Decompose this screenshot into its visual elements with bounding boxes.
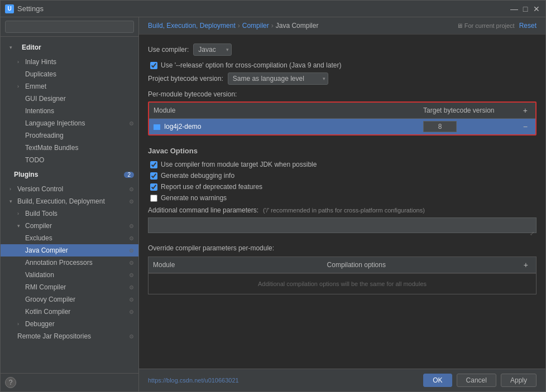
- add-override-button[interactable]: +: [520, 259, 531, 270]
- sidebar-item-language-injections[interactable]: Language Injections ⚙: [1, 117, 138, 129]
- use-compiler-label: Use compiler:: [148, 46, 189, 54]
- per-module-label: Per-module bytecode version:: [148, 90, 537, 98]
- sidebar-item-editor[interactable]: ▾ Editor: [1, 39, 138, 56]
- expand-icon: ⤢: [530, 230, 534, 236]
- compiler-dropdown-container: Javac Eclipse Ajc ▾: [193, 43, 232, 56]
- generate-no-warnings-row: Generate no warnings: [148, 194, 537, 202]
- expand-arrow: ›: [17, 321, 24, 327]
- bytecode-version-label: Project bytecode version:: [148, 75, 223, 83]
- sidebar-item-kotlin-compiler[interactable]: Kotlin Compiler ⚙: [1, 306, 138, 318]
- command-input[interactable]: [148, 217, 537, 233]
- release-checkbox-row: Use '--release' option for cross-compila…: [148, 61, 537, 69]
- generate-debugging-checkbox[interactable]: [150, 172, 157, 180]
- sidebar-item-compiler[interactable]: ▾ Compiler ⚙: [1, 220, 138, 232]
- settings-icon: ⚙: [129, 272, 134, 278]
- module-remove-cell: −: [515, 119, 535, 135]
- sidebar-item-rmi-compiler[interactable]: RMI Compiler ⚙: [1, 281, 138, 293]
- help-button[interactable]: ?: [5, 377, 16, 388]
- col-module-header: Module: [149, 103, 419, 119]
- bytecode-version-select[interactable]: Same as language level 8 11 17: [228, 72, 328, 85]
- compiler-select[interactable]: Javac Eclipse Ajc: [193, 43, 232, 56]
- status-url: https://blog.csdn.net/u010663021: [148, 377, 419, 384]
- report-deprecated-checkbox[interactable]: [150, 183, 157, 191]
- use-compiler-module-row: Use compiler from module target JDK when…: [148, 161, 537, 168]
- sidebar-item-gui-designer[interactable]: GUI Designer: [1, 93, 138, 105]
- cancel-button[interactable]: Cancel: [457, 374, 496, 387]
- settings-icon: ⚙: [129, 333, 134, 340]
- sidebar-item-validation[interactable]: Validation ⚙: [1, 269, 138, 281]
- sidebar-item-inlay-hints[interactable]: › Inlay Hints: [1, 56, 138, 68]
- breadcrumb-sep2: ›: [271, 22, 274, 30]
- remove-module-button[interactable]: −: [520, 121, 531, 132]
- table-header-row: Module Target bytecode version +: [149, 103, 535, 119]
- expand-arrow: ›: [17, 59, 24, 65]
- release-checkbox[interactable]: [150, 62, 157, 69]
- maximize-button[interactable]: □: [521, 4, 530, 13]
- close-button[interactable]: ✕: [532, 4, 541, 13]
- bottom-bar: https://blog.csdn.net/u010663021 OK Canc…: [139, 369, 545, 391]
- release-checkbox-label: Use '--release' option for cross-compila…: [161, 61, 341, 69]
- sidebar-item-debugger[interactable]: › Debugger: [1, 318, 138, 330]
- override-col-add: +: [516, 257, 536, 273]
- main-content-area: 🔍 ▾ Editor › Inlay Hints: [1, 17, 545, 391]
- minimize-button[interactable]: —: [510, 4, 519, 13]
- sidebar-item-version-control[interactable]: › Version Control ⚙: [1, 183, 138, 195]
- settings-icon: ⚙: [129, 248, 134, 254]
- search-input[interactable]: [5, 21, 134, 33]
- apply-button[interactable]: Apply: [501, 374, 537, 387]
- sidebar-item-plugins[interactable]: Plugins 2: [1, 166, 138, 183]
- additional-params-section: Additional command line parameters: ('/'…: [148, 206, 537, 239]
- report-deprecated-row: Report use of deprecated features: [148, 183, 537, 191]
- search-container: 🔍: [5, 21, 134, 33]
- table-row[interactable]: log4j2-demo −: [149, 119, 535, 135]
- sidebar-item-intentions[interactable]: Intentions: [1, 105, 138, 117]
- expand-arrow: ▾: [17, 223, 24, 229]
- generate-no-warnings-checkbox[interactable]: [150, 195, 157, 202]
- for-current-project-label: 🖥 For current project: [457, 22, 515, 29]
- sidebar-item-duplicates[interactable]: Duplicates: [1, 68, 138, 80]
- breadcrumb-part3: Java Compiler: [276, 22, 319, 30]
- use-compiler-module-checkbox[interactable]: [150, 161, 157, 168]
- add-module-button[interactable]: +: [520, 105, 531, 116]
- reset-button[interactable]: Reset: [519, 22, 537, 30]
- sidebar-item-groovy-compiler[interactable]: Groovy Compiler ⚙: [1, 293, 138, 306]
- settings-window: U Settings — □ ✕ 🔍 ▾ Editor: [0, 0, 546, 392]
- sidebar-item-emmet[interactable]: › Emmet: [1, 80, 138, 93]
- window-controls: — □ ✕: [510, 4, 541, 13]
- breadcrumb-part2[interactable]: Compiler: [242, 22, 269, 30]
- titlebar: U Settings — □ ✕: [1, 1, 545, 17]
- command-input-container: ⤢: [148, 217, 537, 239]
- breadcrumb-sep1: ›: [238, 22, 240, 30]
- expand-arrow: ▾: [9, 199, 16, 204]
- bytecode-version-row: Project bytecode version: Same as langua…: [148, 72, 537, 85]
- app-icon: U: [5, 4, 14, 13]
- main-panel: Build, Execution, Deployment › Compiler …: [139, 17, 545, 391]
- expand-arrow: ▾: [9, 45, 16, 50]
- settings-icon: ⚙: [129, 235, 134, 241]
- javac-options-title: Javac Options: [148, 147, 537, 155]
- ok-button[interactable]: OK: [423, 374, 452, 387]
- sidebar-item-excludes[interactable]: Excludes ⚙: [1, 232, 138, 244]
- sidebar-item-remote-jar-repositories[interactable]: Remote Jar Repositories ⚙: [1, 330, 138, 342]
- additional-params-label: Additional command line parameters:: [148, 206, 258, 214]
- sidebar-item-textmate-bundles[interactable]: TextMate Bundles: [1, 142, 138, 154]
- settings-icon: ⚙: [129, 309, 134, 315]
- generate-debugging-row: Generate debugging info: [148, 172, 537, 180]
- module-version-cell: [419, 119, 515, 135]
- sidebar-item-java-compiler[interactable]: Java Compiler ⚙: [1, 244, 138, 257]
- breadcrumb-part1[interactable]: Build, Execution, Deployment: [148, 22, 236, 30]
- override-col-options: Compilation options: [323, 257, 516, 273]
- settings-icon: ⚙: [129, 120, 134, 127]
- sidebar-item-annotation-processors[interactable]: Annotation Processors ⚙: [1, 257, 138, 269]
- override-table: Module Compilation options +: [149, 257, 536, 273]
- expand-arrow: ›: [17, 84, 24, 89]
- bytecode-dropdown-container: Same as language level 8 11 17 ▾: [228, 72, 328, 85]
- sidebar-item-todo[interactable]: TODO: [1, 154, 138, 166]
- version-input[interactable]: [423, 121, 457, 132]
- sidebar-item-build-execution-deployment[interactable]: ▾ Build, Execution, Deployment ⚙: [1, 195, 138, 207]
- main-content: Use compiler: Javac Eclipse Ajc ▾ Use '-…: [139, 35, 545, 369]
- search-box: 🔍: [1, 17, 138, 37]
- sidebar-item-build-tools[interactable]: › Build Tools: [1, 207, 138, 220]
- expand-arrow: ›: [17, 211, 24, 216]
- sidebar-item-proofreading[interactable]: Proofreading: [1, 129, 138, 142]
